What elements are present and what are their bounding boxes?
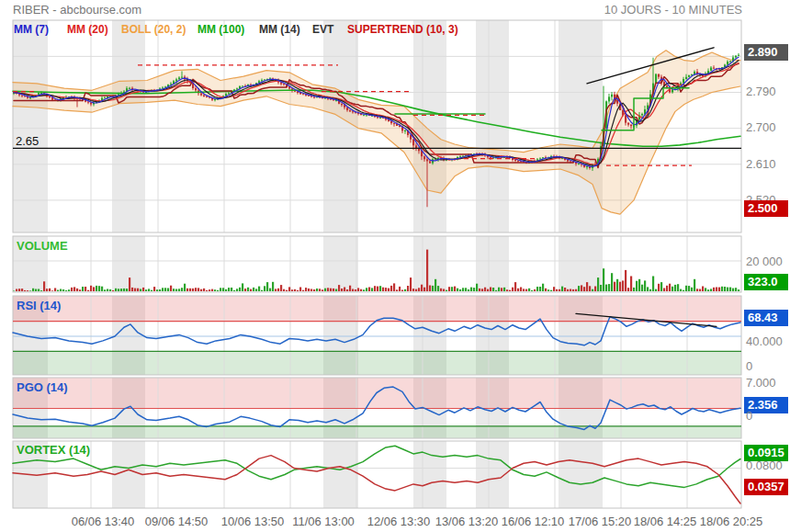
timeframe-label: 10 JOURS - 10 MINUTES xyxy=(604,3,742,17)
chart-page: RIBER - abcbourse.com 10 JOURS - 10 MINU… xyxy=(0,0,790,532)
volume-last-badge: 323.0 xyxy=(744,274,788,290)
time-tick-5: 13/06 13:20 xyxy=(435,515,499,528)
legend-item-mm100[interactable]: MM (100) xyxy=(198,23,244,36)
rsi-tick-0: 0 xyxy=(746,359,752,373)
legend-item-mm20[interactable]: MM (20) xyxy=(67,23,108,36)
last-price-badge: 2.890 xyxy=(744,44,788,61)
price-tick-2790: 2.790 xyxy=(746,85,776,98)
time-tick-1: 09/06 14:50 xyxy=(145,515,209,528)
support-level-label: 2.65 xyxy=(16,134,39,148)
price-tick-2610: 2.610 xyxy=(746,157,776,171)
time-tick-9: 18/06 20:25 xyxy=(700,515,763,528)
time-tick-2: 10/06 13:50 xyxy=(221,515,285,528)
vortex-tick-008: 0.0800 xyxy=(746,458,783,472)
vortex-minus-badge: 0.0357 xyxy=(744,479,788,495)
time-tick-3: 11/06 13:00 xyxy=(292,515,355,528)
vortex-panel-label: VORTEX (14) xyxy=(17,443,90,457)
volume-tick-20000: 20 000 xyxy=(746,255,783,268)
rsi-last-badge: 68.43 xyxy=(744,310,788,326)
stop-level-badge: 2.500 xyxy=(744,200,788,217)
time-tick-0: 06/06 13:40 xyxy=(72,515,135,528)
rsi-tick-40: 40.000 xyxy=(746,334,783,348)
rsi-panel-label: RSI (14) xyxy=(17,299,61,312)
legend-item-supertrend[interactable]: SUPERTREND (10, 3) xyxy=(347,23,458,36)
page-title: RIBER - abcbourse.com xyxy=(13,3,141,17)
volume-panel-label: VOLUME xyxy=(17,239,68,253)
time-tick-4: 12/06 13:30 xyxy=(367,515,431,528)
pgo-tick-7: 7.000 xyxy=(746,376,776,390)
chart-canvas[interactable] xyxy=(0,0,790,532)
pgo-tick-0: 0 xyxy=(746,409,752,423)
price-tick-2700: 2.700 xyxy=(746,120,776,134)
pgo-panel-label: PGO (14) xyxy=(17,380,68,394)
legend-item-boll[interactable]: BOLL (20, 2) xyxy=(121,23,186,36)
legend-item-evt[interactable]: EVT xyxy=(312,23,333,36)
time-tick-7: 17/06 15:20 xyxy=(569,515,632,528)
legend-item-mm7[interactable]: MM (7) xyxy=(14,23,49,36)
legend-item-mm14[interactable]: MM (14) xyxy=(259,23,300,36)
time-tick-8: 18/06 14:25 xyxy=(634,515,697,528)
time-tick-6: 16/06 12:10 xyxy=(502,515,565,528)
